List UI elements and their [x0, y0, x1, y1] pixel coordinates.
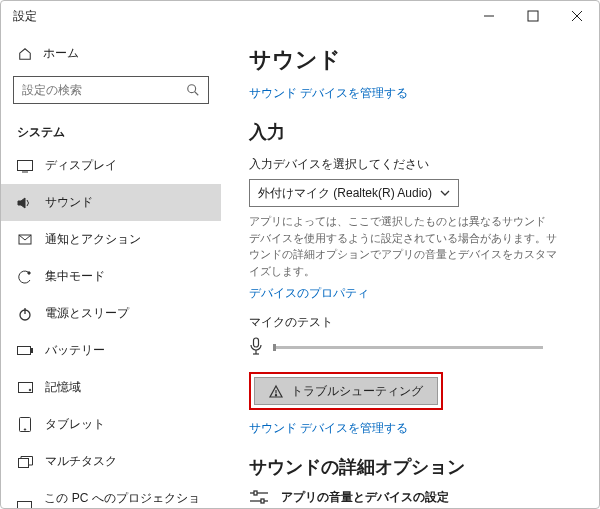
advanced-heading: サウンドの詳細オプション [249, 455, 571, 479]
power-icon [17, 306, 33, 322]
mic-test-label: マイクのテスト [249, 314, 571, 331]
app-volume-row[interactable]: アプリの音量とデバイスの設定 アプリの音量と、アプリで使用するスピーカーやデバイ… [249, 489, 571, 508]
svg-rect-28 [261, 499, 264, 503]
sidebar-item-label: マルチタスク [45, 453, 117, 470]
sidebar-item-focus[interactable]: 集中モード [1, 258, 221, 295]
app-volume-title: アプリの音量とデバイスの設定 [281, 489, 571, 506]
mic-level-meter [273, 346, 543, 349]
maximize-icon [528, 11, 538, 21]
svg-rect-18 [18, 458, 28, 467]
sidebar-item-label: ディスプレイ [45, 157, 117, 174]
multitask-icon [17, 454, 33, 470]
svg-rect-19 [18, 501, 32, 508]
projection-icon [17, 499, 32, 508]
focus-icon [17, 269, 33, 285]
device-properties-link[interactable]: デバイスのプロパティ [249, 285, 571, 302]
input-device-label: 入力デバイスを選択してください [249, 156, 571, 173]
minimize-button[interactable] [467, 1, 511, 31]
search-container [1, 70, 221, 110]
main-content: サウンド サウンド デバイスを管理する 入力 入力デバイスを選択してください 外… [221, 31, 599, 508]
sidebar-item-sound[interactable]: サウンド [1, 184, 221, 221]
sidebar-item-multitask[interactable]: マルチタスク [1, 443, 221, 480]
warning-icon [269, 385, 283, 398]
sidebar-item-label: 集中モード [45, 268, 105, 285]
sidebar-item-label: 通知とアクション [45, 231, 141, 248]
troubleshoot-label: トラブルシューティング [291, 383, 423, 400]
window-body: ホーム システム ディスプレイ サウンド [1, 31, 599, 508]
search-icon [186, 83, 200, 97]
sidebar-item-label: バッテリー [45, 342, 105, 359]
storage-icon [17, 380, 33, 396]
troubleshoot-button[interactable]: トラブルシューティング [254, 377, 438, 405]
sliders-icon [249, 489, 269, 508]
notification-icon [17, 232, 33, 248]
svg-rect-26 [254, 491, 257, 495]
titlebar: 設定 [1, 1, 599, 31]
sidebar-item-tablet[interactable]: タブレット [1, 406, 221, 443]
display-icon [17, 158, 33, 174]
svg-point-4 [188, 85, 196, 93]
chevron-down-icon [440, 190, 450, 196]
close-icon [572, 11, 582, 21]
battery-icon [17, 343, 33, 359]
input-description: アプリによっては、ここで選択したものとは異なるサウンド デバイスを使用するように… [249, 213, 559, 279]
page-title: サウンド [249, 45, 571, 75]
sidebar-item-label: 記憶域 [45, 379, 81, 396]
svg-point-17 [24, 429, 25, 430]
svg-rect-20 [254, 338, 259, 347]
sidebar-item-label: この PC へのプロジェクション [44, 490, 205, 508]
search-field[interactable] [22, 83, 186, 97]
sidebar-section-header: システム [1, 110, 221, 147]
svg-rect-6 [18, 160, 33, 170]
mic-test-row [249, 337, 571, 358]
sidebar-item-label: サウンド [45, 194, 93, 211]
sound-icon [17, 195, 33, 211]
sidebar-item-projection[interactable]: この PC へのプロジェクション [1, 480, 221, 508]
home-icon [17, 46, 33, 62]
close-button[interactable] [555, 1, 599, 31]
sidebar: ホーム システム ディスプレイ サウンド [1, 31, 221, 508]
maximize-button[interactable] [511, 1, 555, 31]
svg-point-9 [28, 271, 30, 273]
microphone-icon [249, 337, 263, 358]
svg-line-5 [195, 92, 199, 96]
tablet-icon [17, 417, 33, 433]
search-input[interactable] [13, 76, 209, 104]
minimize-icon [484, 11, 494, 21]
sidebar-item-label: タブレット [45, 416, 105, 433]
svg-rect-12 [18, 346, 31, 354]
home-label: ホーム [43, 45, 79, 62]
settings-window: 設定 ホーム システム [0, 0, 600, 509]
sidebar-item-storage[interactable]: 記憶域 [1, 369, 221, 406]
svg-rect-1 [528, 11, 538, 21]
svg-point-15 [29, 389, 31, 391]
sidebar-item-power[interactable]: 電源とスリープ [1, 295, 221, 332]
sidebar-nav: ディスプレイ サウンド 通知とアクション 集中モード 電源とスリープ [1, 147, 221, 508]
svg-point-24 [275, 394, 276, 395]
sidebar-item-label: 電源とスリープ [45, 305, 129, 322]
sidebar-item-display[interactable]: ディスプレイ [1, 147, 221, 184]
manage-devices-link-2[interactable]: サウンド デバイスを管理する [249, 420, 571, 437]
troubleshoot-highlight: トラブルシューティング [249, 372, 443, 410]
input-heading: 入力 [249, 120, 571, 144]
home-link[interactable]: ホーム [1, 37, 221, 70]
input-device-select[interactable]: 外付けマイク (Realtek(R) Audio) [249, 179, 459, 207]
sidebar-item-battery[interactable]: バッテリー [1, 332, 221, 369]
window-title: 設定 [1, 8, 37, 25]
svg-rect-13 [31, 348, 33, 352]
sidebar-item-notifications[interactable]: 通知とアクション [1, 221, 221, 258]
input-device-value: 外付けマイク (Realtek(R) Audio) [258, 185, 432, 202]
manage-devices-link[interactable]: サウンド デバイスを管理する [249, 85, 571, 102]
